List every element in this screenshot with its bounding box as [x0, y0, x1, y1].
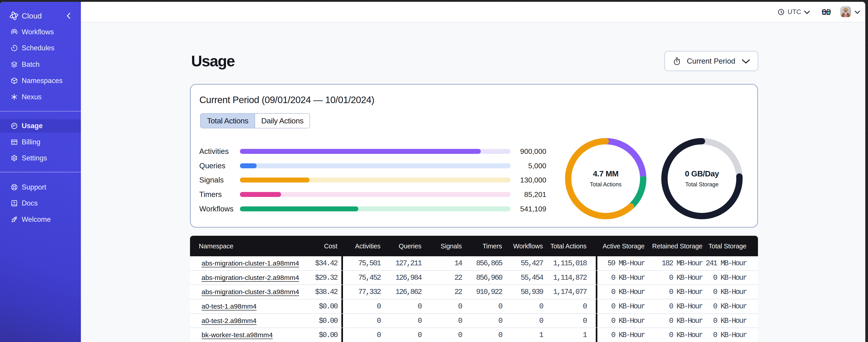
- svg-text:0 GB/Day: 0 GB/Day: [685, 169, 719, 178]
- svg-text:Total Actions: Total Actions: [590, 181, 621, 187]
- svg-text:4.7 MM: 4.7 MM: [593, 169, 618, 178]
- svg-text:Total Storage: Total Storage: [685, 181, 718, 187]
